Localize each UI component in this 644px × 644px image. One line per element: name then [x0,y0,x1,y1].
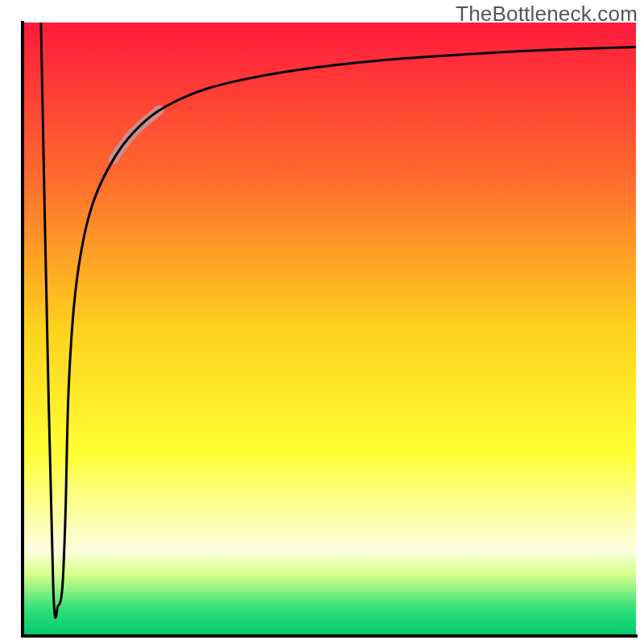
watermark-text: TheBottleneck.com [456,2,638,27]
chart-svg [0,0,644,644]
chart-stage: TheBottleneck.com [0,0,644,644]
plot-background [23,23,636,636]
